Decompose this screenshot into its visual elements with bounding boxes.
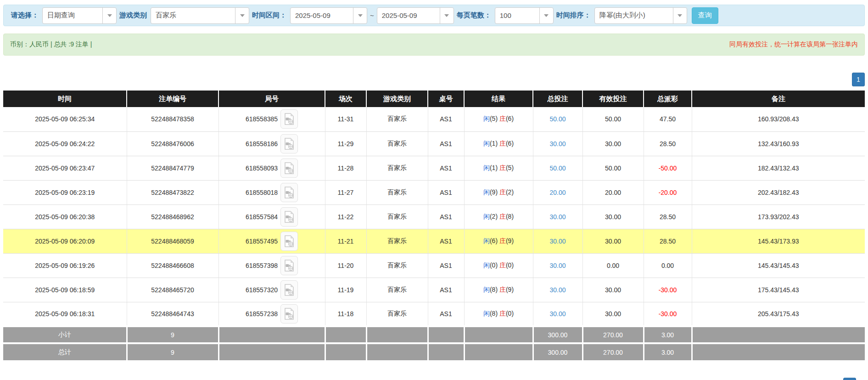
cell-round-id: 618557238 [218, 302, 325, 326]
cell-payout: 28.50 [644, 131, 692, 156]
page-1-button[interactable]: 1 [852, 73, 865, 86]
game-type-value: 百家乐 [151, 8, 235, 23]
cell-time: 2025-05-09 06:18:59 [3, 278, 127, 302]
player-score: (1) [490, 164, 499, 171]
col-header-total_bet: 总投注 [533, 91, 582, 107]
total-bet-link[interactable]: 30.00 [549, 238, 566, 245]
subtotal-row: 小计9300.00270.003.00 [3, 326, 865, 343]
cell-game-type: 百家乐 [366, 204, 428, 229]
cell-game-type: 百家乐 [366, 302, 428, 326]
date-from-select[interactable]: 2025-05-09 [290, 7, 367, 24]
cell-total-bet: 50.00 [533, 156, 582, 180]
pagination-top: 1 [3, 73, 865, 86]
total-bet-link[interactable]: 30.00 [549, 310, 566, 318]
cell-table-no: AS1 [428, 253, 464, 278]
player-score: (5) [490, 115, 499, 122]
player-label: 闲 [483, 237, 490, 244]
cell-remark: 145.43/173.93 [692, 229, 865, 253]
cell-bet-id: 522488465720 [127, 278, 218, 302]
total-row-count: 9 [127, 343, 218, 360]
page-size-select[interactable]: 100 [495, 7, 554, 24]
cell-game-type: 百家乐 [366, 180, 428, 204]
total-bet-link[interactable]: 50.00 [549, 164, 566, 172]
table-header-row: 时间注单编号局号场次游戏类别桌号结果总投注有效投注总派彩备注 [3, 91, 865, 107]
cell-payout: -30.00 [644, 302, 692, 326]
range-separator: ~ [370, 11, 374, 19]
total-bet-link[interactable]: 20.00 [549, 189, 566, 196]
col-header-session: 场次 [325, 91, 366, 107]
banker-label: 庄 [499, 213, 506, 220]
player-label: 闲 [483, 286, 490, 293]
cell-result: 闲(0) 庄(0) [464, 253, 533, 278]
subtotal-row-label: 小计 [3, 326, 127, 343]
video-replay-button[interactable] [280, 256, 298, 275]
video-replay-icon [284, 308, 294, 320]
cell-session: 11-28 [325, 156, 366, 180]
filter-bar: 请选择： 日期查询 游戏类别 百家乐 时间区间： 2025-05-09 ~ 20… [3, 5, 865, 26]
video-replay-button[interactable] [280, 280, 298, 300]
cell-game-type: 百家乐 [366, 229, 428, 253]
time-sort-select[interactable]: 降幂(由大到小) [594, 7, 687, 24]
round-id-text: 618558093 [246, 164, 278, 172]
banker-score: (0) [506, 310, 514, 317]
video-replay-button[interactable] [280, 304, 298, 323]
player-score: (8) [490, 286, 499, 293]
player-label: 闲 [483, 261, 490, 269]
total-bet-link[interactable]: 30.00 [549, 213, 566, 221]
cell-round-id: 618557320 [218, 278, 325, 302]
video-replay-button[interactable] [280, 134, 298, 153]
cell-session: 11-29 [325, 131, 366, 156]
cell-session: 11-19 [325, 278, 366, 302]
cell-round-id: 618558018 [218, 180, 325, 204]
col-header-game_type: 游戏类别 [366, 91, 428, 107]
cell-remark: 173.93/202.43 [692, 204, 865, 229]
total-bet-link[interactable]: 30.00 [549, 286, 566, 294]
cell-valid-bet: 30.00 [582, 302, 644, 326]
cell-total-bet: 30.00 [533, 278, 582, 302]
banker-score: (6) [506, 140, 514, 147]
currency-summary-text: 币别：人民币 | 总共 :9 注单 | [10, 40, 92, 49]
notice-text: 同局有效投注，统一计算在该局第一张注单内 [729, 40, 858, 49]
table-row: 2025-05-09 06:20:38522488468962618557584… [3, 204, 865, 229]
cell-total-bet: 30.00 [533, 253, 582, 278]
video-replay-button[interactable] [280, 159, 298, 178]
col-header-bet_id: 注单编号 [127, 91, 218, 107]
cell-total-bet: 20.00 [533, 180, 582, 204]
page-size-label: 每页笔数： [457, 11, 491, 20]
subtotal-row-payout: 3.00 [644, 326, 692, 343]
page-1-button[interactable]: 1 [843, 378, 856, 380]
banker-score: (2) [506, 188, 514, 196]
pagination-bottom: 1 [843, 378, 856, 380]
cell-table-no: AS1 [428, 302, 464, 326]
table-row: 2025-05-09 06:25:34522488478358618558385… [3, 107, 865, 131]
cell-remark: 145.43/145.43 [692, 253, 865, 278]
search-button[interactable]: 查询 [692, 7, 718, 24]
subtotal-row-valid-bet: 270.00 [582, 326, 644, 343]
video-replay-button[interactable] [280, 207, 298, 227]
player-score: (2) [490, 213, 499, 220]
cell-result: 闲(8) 庄(0) [464, 302, 533, 326]
cell-game-type: 百家乐 [366, 253, 428, 278]
cell-session: 11-22 [325, 204, 366, 229]
cell-game-type: 百家乐 [366, 131, 428, 156]
player-label: 闲 [483, 164, 490, 171]
query-type-select[interactable]: 日期查询 [42, 7, 117, 24]
video-replay-button[interactable] [280, 183, 298, 202]
table-row: 2025-05-09 06:23:47522488474779618558093… [3, 156, 865, 180]
game-type-select[interactable]: 百家乐 [151, 7, 249, 24]
table-row: 2025-05-09 06:20:09522488468059618557495… [3, 229, 865, 253]
video-replay-button[interactable] [280, 109, 298, 129]
table-row: 2025-05-09 06:18:59522488465720618557320… [3, 278, 865, 302]
player-label: 闲 [483, 310, 490, 317]
date-to-value: 2025-05-09 [377, 8, 440, 23]
total-row-valid-bet: 270.00 [582, 343, 644, 360]
col-header-time: 时间 [3, 91, 127, 107]
cell-game-type: 百家乐 [366, 107, 428, 131]
chevron-down-icon [102, 8, 116, 23]
info-bar: 币别：人民币 | 总共 :9 注单 | 同局有效投注，统一计算在该局第一张注单内 [3, 34, 865, 56]
total-bet-link[interactable]: 50.00 [549, 115, 566, 123]
date-to-select[interactable]: 2025-05-09 [377, 7, 454, 24]
total-bet-link[interactable]: 30.00 [549, 262, 566, 269]
total-bet-link[interactable]: 30.00 [549, 140, 566, 147]
video-replay-button[interactable] [280, 232, 298, 251]
